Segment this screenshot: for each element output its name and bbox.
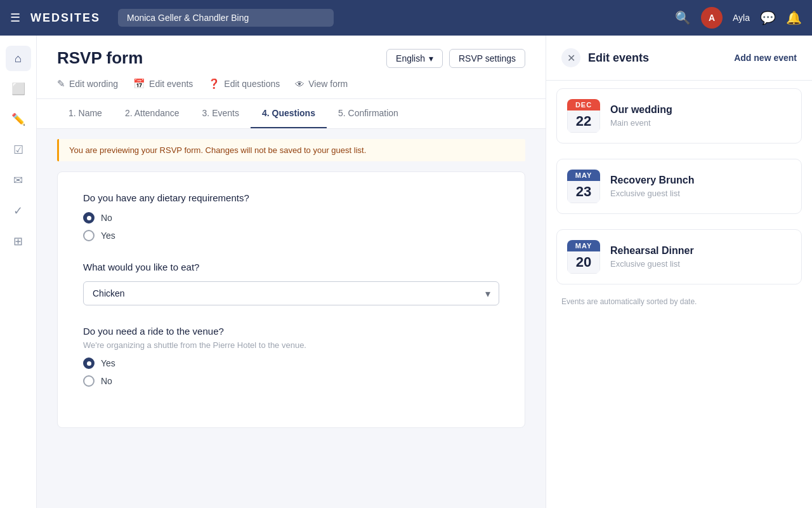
event-sublabel-brunch: Exclusive guest list xyxy=(610,189,791,198)
menu-icon[interactable]: ☰ xyxy=(10,11,20,25)
preview-notice: You are previewing your RSVP form. Chang… xyxy=(57,139,525,161)
search-bar[interactable]: Monica Geller & Chandler Bing xyxy=(118,9,334,27)
event-day-brunch: 23 xyxy=(567,181,600,203)
header-actions: English ▾ RSVP settings xyxy=(386,49,525,68)
select-wrapper-food: Chicken Vegetarian Vegan Fish xyxy=(83,281,499,305)
event-date-dinner: MAY 20 xyxy=(567,240,600,274)
nav-edit-wording[interactable]: ✎ Edit wording xyxy=(57,78,118,98)
event-card-brunch[interactable]: MAY 23 Recovery Brunch Exclusive guest l… xyxy=(556,159,802,214)
radio-group-ride: Yes No xyxy=(83,358,499,387)
avatar[interactable]: A xyxy=(701,7,723,29)
question-icon: ❓ xyxy=(208,78,220,90)
main-layout: ⌂ ⬜ ✏️ ☑ ✉ ✓ ⊞ RSVP form English ▾ RSVP … xyxy=(0,36,812,508)
event-month-dinner: MAY xyxy=(567,240,600,251)
sidebar-item-layout[interactable]: ⬜ xyxy=(6,76,31,102)
sidebar-item-tasks[interactable]: ☑ xyxy=(6,137,31,163)
language-button[interactable]: English ▾ xyxy=(386,49,443,68)
tab-events[interactable]: 3. Events xyxy=(191,99,251,128)
tab-questions[interactable]: 4. Questions xyxy=(251,99,327,128)
chat-icon[interactable]: 💬 xyxy=(760,10,776,25)
radio-yes-dietary[interactable]: Yes xyxy=(83,230,499,241)
events-note: Events are automatically sorted by date. xyxy=(546,292,812,316)
nav-edit-questions[interactable]: ❓ Edit questions xyxy=(208,78,280,98)
question-sublabel-ride: We're organizing a shuttle from the Pier… xyxy=(83,340,499,350)
search-icon[interactable]: 🔍 xyxy=(675,10,691,25)
event-day-dinner: 20 xyxy=(567,251,600,274)
sidebar-item-check[interactable]: ✓ xyxy=(6,198,31,224)
sidebar: ⌂ ⬜ ✏️ ☑ ✉ ✓ ⊞ xyxy=(0,36,37,508)
question-label-food: What would you like to eat? xyxy=(83,262,499,272)
radio-no-dietary[interactable]: No xyxy=(83,212,499,224)
rsvp-settings-button[interactable]: RSVP settings xyxy=(449,49,525,68)
event-info-wedding: Our wedding Main event xyxy=(610,104,791,128)
tab-attendance[interactable]: 2. Attendance xyxy=(114,99,191,128)
chevron-down-icon: ▾ xyxy=(429,53,433,64)
event-name-wedding: Our wedding xyxy=(610,104,791,116)
radio-circle-no xyxy=(83,212,95,224)
right-panel: ✕ Edit events Add new event DEC 22 Our w… xyxy=(546,36,812,508)
content-area: RSVP form English ▾ RSVP settings ✎ Edit… xyxy=(37,36,546,508)
eye-icon: 👁 xyxy=(295,79,304,90)
radio-yes-ride[interactable]: Yes xyxy=(83,358,499,369)
radio-circle-yes xyxy=(83,230,95,241)
page-header: RSVP form English ▾ RSVP settings ✎ Edit… xyxy=(37,36,546,99)
radio-circle-yes-ride xyxy=(83,358,95,369)
food-select[interactable]: Chicken Vegetarian Vegan Fish xyxy=(83,281,499,305)
bell-icon[interactable]: 🔔 xyxy=(786,10,802,25)
radio-group-dietary: No Yes xyxy=(83,212,499,241)
sidebar-item-grid[interactable]: ⊞ xyxy=(6,229,31,254)
event-sublabel-dinner: Exclusive guest list xyxy=(610,259,791,269)
event-info-dinner: Rehearsal Dinner Exclusive guest list xyxy=(610,245,791,269)
question-label-ride: Do you need a ride to the venue? xyxy=(83,326,499,337)
right-panel-header: ✕ Edit events Add new event xyxy=(546,36,812,81)
pencil-icon: ✎ xyxy=(57,78,65,90)
event-card-wedding[interactable]: DEC 22 Our wedding Main event xyxy=(556,88,802,144)
event-name-dinner: Rehearsal Dinner xyxy=(610,245,791,257)
tabs-bar: 1. Name 2. Attendance 3. Events 4. Quest… xyxy=(37,99,546,129)
event-card-dinner[interactable]: MAY 20 Rehearsal Dinner Exclusive guest … xyxy=(556,229,802,284)
add-event-button[interactable]: Add new event xyxy=(734,53,797,63)
event-day-wedding: 22 xyxy=(567,110,600,133)
event-sublabel-wedding: Main event xyxy=(610,118,791,128)
question-food: What would you like to eat? Chicken Vege… xyxy=(83,262,499,305)
radio-no-ride[interactable]: No xyxy=(83,375,499,387)
sidebar-item-messages[interactable]: ✉ xyxy=(6,168,31,193)
event-name-brunch: Recovery Brunch xyxy=(610,175,791,186)
tab-confirmation[interactable]: 5. Confirmation xyxy=(327,99,410,128)
topnav-right: 🔍 A Ayla 💬 🔔 xyxy=(675,7,802,29)
question-ride: Do you need a ride to the venue? We're o… xyxy=(83,326,499,387)
event-date-wedding: DEC 22 xyxy=(567,99,600,133)
nav-view-form[interactable]: 👁 View form xyxy=(295,78,348,98)
form-card: Do you have any dietary requirements? No… xyxy=(57,171,525,428)
calendar-icon: 📅 xyxy=(133,78,145,90)
event-date-brunch: MAY 23 xyxy=(567,170,600,203)
username: Ayla xyxy=(733,13,750,23)
topnav: ☰ WEDSITES Monica Geller & Chandler Bing… xyxy=(0,0,812,36)
close-panel-button[interactable]: ✕ xyxy=(561,48,580,67)
question-dietary: Do you have any dietary requirements? No… xyxy=(83,192,499,241)
sidebar-item-edit[interactable]: ✏️ xyxy=(6,107,31,132)
question-label-dietary: Do you have any dietary requirements? xyxy=(83,192,499,203)
tab-name[interactable]: 1. Name xyxy=(57,99,114,128)
form-content: You are previewing your RSVP form. Chang… xyxy=(37,129,546,508)
page-title: RSVP form xyxy=(57,48,143,68)
nav-edit-events[interactable]: 📅 Edit events xyxy=(133,78,193,98)
radio-circle-no-ride xyxy=(83,375,95,387)
nav-links: ✎ Edit wording 📅 Edit events ❓ Edit ques… xyxy=(57,78,525,98)
event-month-brunch: MAY xyxy=(567,170,600,181)
right-panel-title: Edit events xyxy=(588,51,649,65)
sidebar-item-home[interactable]: ⌂ xyxy=(6,46,31,71)
app-logo: WEDSITES xyxy=(30,11,100,25)
event-month-wedding: DEC xyxy=(567,99,600,110)
event-info-brunch: Recovery Brunch Exclusive guest list xyxy=(610,175,791,198)
